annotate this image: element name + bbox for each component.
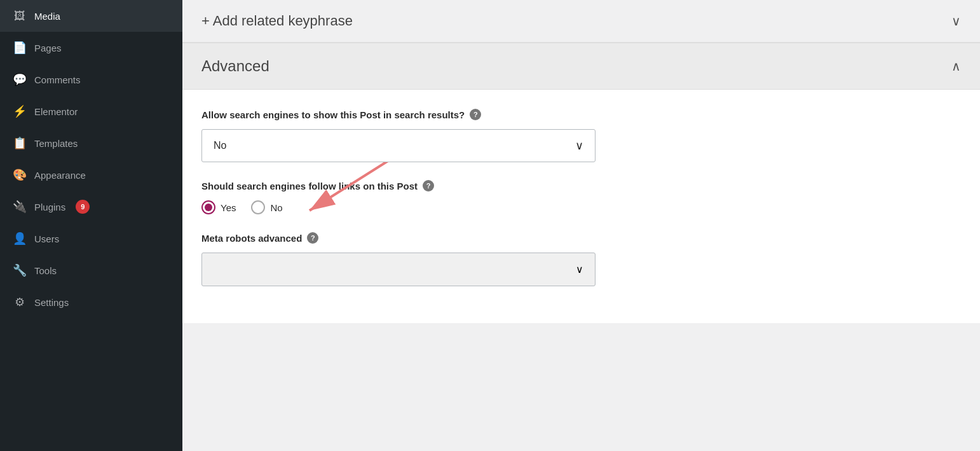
sidebar-item-appearance[interactable]: 🎨Appearance	[0, 159, 182, 191]
tools-icon: 🔧	[13, 263, 27, 277]
allow-search-select[interactable]: No ∨	[201, 129, 595, 162]
sidebar-label-comments: Comments	[34, 74, 81, 85]
main-content: + Add related keyphrase ∨ Advanced ∧	[182, 0, 980, 451]
follow-links-radio-group: Yes No	[201, 200, 961, 214]
follow-links-field: Should search engines follow links on th…	[201, 180, 961, 214]
sidebar-item-users[interactable]: 👤Users	[0, 223, 182, 254]
allow-search-select-chevron: ∨	[575, 139, 583, 153]
sidebar-label-settings: Settings	[34, 297, 69, 308]
sidebar-label-pages: Pages	[34, 43, 62, 53]
sidebar-label-elementor: Elementor	[34, 106, 78, 117]
elementor-icon: ⚡	[13, 104, 27, 118]
settings-icon: ⚙	[13, 295, 27, 309]
sidebar-label-templates: Templates	[34, 138, 78, 149]
pages-icon: 📄	[13, 41, 27, 55]
follow-links-yes-radio[interactable]	[201, 200, 215, 214]
allow-search-label: Allow search engines to show this Post i…	[201, 109, 961, 120]
sidebar-item-tools[interactable]: 🔧Tools	[0, 254, 182, 286]
sidebar-item-elementor[interactable]: ⚡Elementor	[0, 95, 182, 127]
meta-robots-field: Meta robots advanced ? ∨	[201, 232, 961, 286]
users-icon: 👤	[13, 232, 27, 246]
advanced-body: Allow search engines to show this Post i…	[182, 90, 980, 323]
advanced-section: Advanced ∧ Allow search engines to show …	[182, 43, 980, 323]
meta-robots-select[interactable]: ∨	[201, 253, 595, 286]
sidebar-item-templates[interactable]: 📋Templates	[0, 127, 182, 159]
add-keyphrase-section[interactable]: + Add related keyphrase ∨	[182, 0, 980, 43]
templates-icon: 📋	[13, 136, 27, 150]
allow-search-field: Allow search engines to show this Post i…	[201, 109, 961, 162]
follow-links-yes-label: Yes	[221, 202, 236, 213]
meta-robots-help-icon[interactable]: ?	[307, 232, 318, 244]
sidebar-label-appearance: Appearance	[34, 170, 86, 181]
plugins-badge: 9	[76, 200, 90, 214]
comments-icon: 💬	[13, 73, 27, 87]
meta-robots-label: Meta robots advanced ?	[201, 232, 961, 244]
add-keyphrase-label: + Add related keyphrase	[201, 13, 353, 29]
advanced-title: Advanced	[201, 57, 269, 75]
appearance-icon: 🎨	[13, 168, 27, 182]
sidebar-label-tools: Tools	[34, 265, 57, 276]
follow-links-yes-dot	[205, 204, 212, 211]
sidebar: 🖼Media📄Pages💬Comments⚡Elementor📋Template…	[0, 0, 182, 451]
sidebar-item-comments[interactable]: 💬Comments	[0, 64, 182, 95]
sidebar-item-pages[interactable]: 📄Pages	[0, 32, 182, 64]
sidebar-label-plugins: Plugins	[34, 202, 65, 212]
allow-search-help-icon[interactable]: ?	[470, 109, 481, 120]
follow-links-help-icon[interactable]: ?	[423, 180, 434, 191]
allow-search-value: No	[214, 140, 226, 151]
media-icon: 🖼	[13, 9, 27, 23]
sidebar-item-plugins[interactable]: 🔌Plugins9	[0, 191, 182, 223]
follow-links-yes[interactable]: Yes	[201, 200, 236, 214]
advanced-chevron: ∧	[951, 59, 961, 74]
sidebar-item-media[interactable]: 🖼Media	[0, 0, 182, 32]
follow-links-label: Should search engines follow links on th…	[201, 180, 961, 191]
allow-search-select-display[interactable]: No ∨	[202, 130, 595, 162]
sidebar-item-settings[interactable]: ⚙Settings	[0, 286, 182, 318]
follow-links-no-radio[interactable]	[251, 200, 265, 214]
plugins-icon: 🔌	[13, 200, 27, 214]
advanced-header[interactable]: Advanced ∧	[182, 43, 980, 90]
follow-links-no[interactable]: No	[251, 200, 282, 214]
sidebar-label-media: Media	[34, 11, 60, 22]
add-keyphrase-chevron: ∨	[951, 13, 961, 29]
meta-robots-chevron: ∨	[576, 263, 583, 275]
follow-links-no-label: No	[270, 202, 282, 213]
sidebar-label-users: Users	[34, 233, 59, 244]
